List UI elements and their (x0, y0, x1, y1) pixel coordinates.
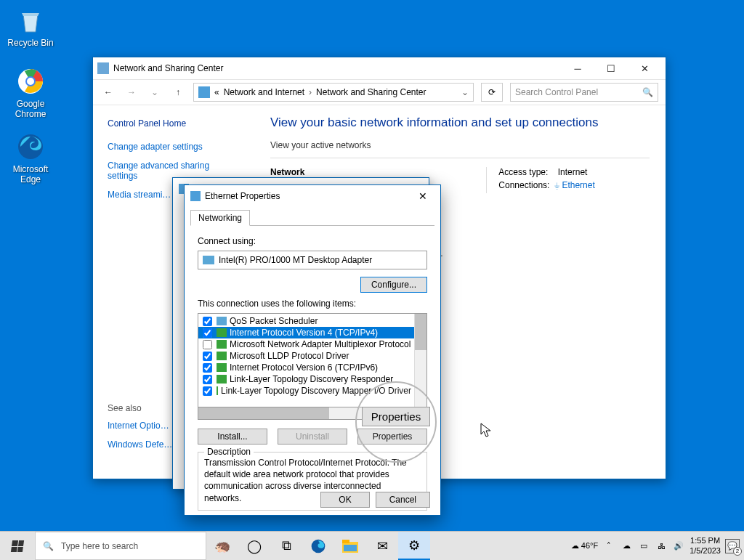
sidebar-link-change-adapter[interactable]: Change adapter settings (108, 142, 240, 152)
connection-item[interactable]: QoS Packet Scheduler (198, 315, 414, 327)
vertical-scrollbar[interactable] (414, 314, 426, 407)
nav-recent-dropdown[interactable]: ⌄ (147, 84, 163, 100)
protocol-icon (217, 375, 227, 384)
nav-forward-button[interactable]: → (124, 84, 140, 100)
ethernet-icon (190, 191, 201, 201)
horizontal-scrollbar[interactable] (198, 407, 427, 420)
breadcrumb-dropdown-icon[interactable]: ⌄ (461, 87, 469, 97)
protocol-icon (217, 340, 227, 349)
svg-rect-6 (342, 540, 349, 543)
desktop-icon-label: Google Chrome (4, 99, 57, 119)
breadcrumb-seg[interactable]: Network and Internet (224, 87, 304, 97)
windows-logo-icon (11, 540, 24, 552)
start-button[interactable] (0, 532, 35, 560)
network-tray-icon[interactable]: 🖧 (655, 542, 668, 551)
nav-up-button[interactable]: ↑ (170, 84, 186, 100)
desktop-icon-google-chrome[interactable]: Google Chrome (4, 67, 57, 119)
connection-item[interactable]: Link-Layer Topology Discovery Responder (198, 373, 414, 385)
control-panel-taskbar-icon[interactable]: ⚙ (398, 532, 430, 560)
access-type-value: Internet (558, 167, 588, 177)
install-button[interactable]: Install... (198, 429, 267, 445)
desktop-icon-recycle-bin[interactable]: Recycle Bin (4, 6, 57, 48)
adapter-icon (203, 256, 214, 264)
adapter-field[interactable]: Intel(R) PRO/1000 MT Desktop Adapter (198, 251, 427, 269)
taskbar-app-icon[interactable]: 🦔 (206, 532, 238, 560)
breadcrumb-prefix: « (214, 87, 219, 97)
desktop-icon-microsoft-edge[interactable]: Microsoft Edge (4, 132, 57, 184)
connection-item[interactable]: Internet Protocol Version 4 (TCP/IPv4) (198, 327, 414, 338)
protocol-icon (217, 352, 227, 360)
search-icon: 🔍 (43, 541, 54, 551)
minimize-button[interactable]: ─ (561, 58, 594, 78)
battery-icon[interactable]: ▭ (637, 541, 650, 551)
cancel-button[interactable]: Cancel (376, 492, 430, 508)
item-checkbox[interactable] (203, 363, 212, 373)
explorer-toolbar: ← → ⌄ ↑ « Network and Internet › Network… (93, 79, 666, 105)
protocol-icon (217, 317, 227, 325)
protocol-icon (217, 328, 227, 337)
date-text: 1/5/2023 (690, 546, 721, 556)
ethernet-properties-dialog: Ethernet Properties ✕ Networking Connect… (184, 184, 441, 516)
volume-icon[interactable]: 🔊 (672, 541, 685, 551)
dialog-title: Ethernet Properties (205, 191, 280, 201)
item-label: Internet Protocol Version 6 (TCP/IPv6) (230, 362, 378, 373)
window-title: Network and Sharing Center (113, 63, 223, 73)
item-label: Link-Layer Topology Discovery Mapper I/O… (221, 386, 411, 396)
mail-icon[interactable]: ✉ (366, 532, 398, 560)
weather-widget[interactable]: ☁ 46°F (571, 541, 598, 551)
dialog-titlebar[interactable]: Ethernet Properties ✕ (185, 185, 440, 207)
connection-item[interactable]: Microsoft LLDP Protocol Driver (198, 350, 414, 362)
action-center-icon[interactable]: 💬2 (725, 539, 740, 553)
items-label: This connection uses the following items… (198, 299, 427, 309)
network-name: Network (270, 167, 304, 177)
cortana-icon[interactable]: ◯ (238, 532, 270, 560)
item-checkbox[interactable] (203, 317, 212, 326)
protocol-icon (217, 386, 218, 395)
item-checkbox[interactable] (203, 386, 212, 396)
system-tray: ☁ 46°F ˄ ☁ ▭ 🖧 🔊 1:55 PM 1/5/2023 💬2 (571, 532, 744, 560)
refresh-button[interactable]: ⟳ (481, 83, 503, 102)
breadcrumb-seg[interactable]: Network and Sharing Center (316, 87, 426, 97)
connection-link[interactable]: Ethernet (562, 180, 594, 190)
network-center-icon (97, 62, 109, 74)
recycle-bin-icon (16, 6, 45, 35)
svg-rect-7 (344, 545, 357, 551)
edge-taskbar-icon[interactable] (302, 532, 334, 560)
protocol-icon (217, 363, 227, 372)
nav-back-button[interactable]: ← (100, 84, 116, 100)
tray-chevron-up-icon[interactable]: ˄ (602, 541, 615, 551)
close-button[interactable]: ✕ (628, 58, 661, 78)
item-checkbox[interactable] (203, 352, 212, 361)
item-label: Microsoft LLDP Protocol Driver (230, 351, 349, 361)
item-checkbox[interactable] (203, 340, 212, 349)
ok-button[interactable]: OK (320, 492, 369, 508)
cursor-icon (480, 423, 492, 437)
edge-icon (16, 132, 45, 161)
control-panel-home-link[interactable]: Control Panel Home (108, 118, 240, 129)
clock[interactable]: 1:55 PM 1/5/2023 (690, 536, 721, 555)
connection-item[interactable]: Link-Layer Topology Discovery Mapper I/O… (198, 385, 414, 397)
close-button[interactable]: ✕ (411, 190, 434, 202)
maximize-button[interactable]: ☐ (594, 58, 628, 78)
connection-item[interactable]: Internet Protocol Version 6 (TCP/IPv6) (198, 362, 414, 373)
onedrive-icon[interactable]: ☁ (620, 541, 633, 551)
item-label: Microsoft Network Adapter Multiplexor Pr… (230, 339, 411, 349)
item-checkbox[interactable] (203, 328, 212, 338)
connection-item[interactable]: Microsoft Network Adapter Multiplexor Pr… (198, 338, 414, 350)
configure-button[interactable]: Configure... (360, 277, 427, 293)
item-checkbox[interactable] (203, 375, 212, 384)
file-explorer-icon[interactable] (334, 532, 366, 560)
uninstall-button: Uninstall (278, 429, 347, 445)
search-icon: 🔍 (642, 87, 653, 97)
search-control-panel-input[interactable]: Search Control Panel 🔍 (510, 83, 658, 102)
task-view-icon[interactable]: ⧉ (270, 532, 302, 560)
taskbar-search-input[interactable]: 🔍 Type here to search (35, 532, 206, 560)
connection-items-list[interactable]: QoS Packet SchedulerInternet Protocol Ve… (198, 313, 427, 407)
notification-badge: 2 (733, 547, 742, 556)
connect-using-label: Connect using: (198, 236, 427, 246)
window-titlebar[interactable]: Network and Sharing Center ─ ☐ ✕ (93, 57, 666, 79)
properties-button[interactable]: Properties (357, 429, 427, 445)
breadcrumb-bar[interactable]: « Network and Internet › Network and Sha… (193, 83, 474, 102)
connections-label: Connections: (498, 180, 549, 190)
tab-networking[interactable]: Networking (190, 210, 250, 226)
